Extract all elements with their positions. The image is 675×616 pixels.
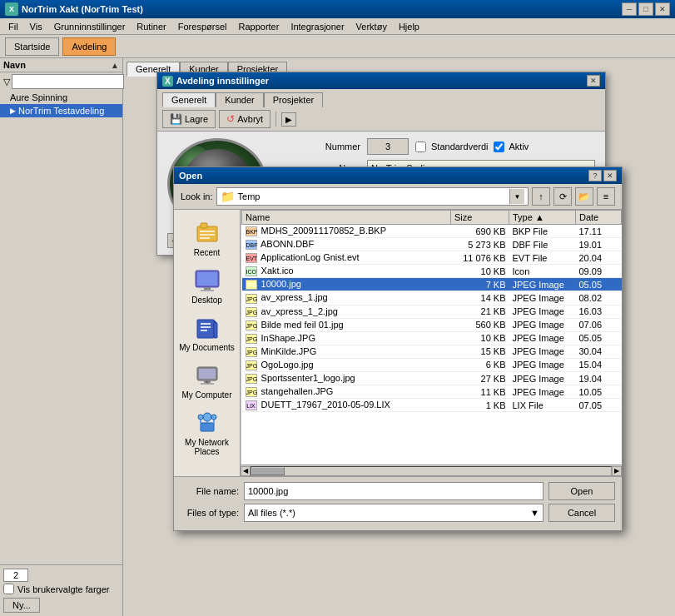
- scroll-right-button[interactable]: ▶: [612, 466, 622, 476]
- tree-item-aure[interactable]: Aure Spinning: [0, 91, 122, 104]
- filetype-value: All files (*.*): [248, 508, 295, 518]
- file-date-cell: 07.05: [576, 399, 622, 412]
- table-row[interactable]: JPG av_xpress_1_2.jpg 21 KB JPEG Image 1…: [242, 305, 622, 318]
- minimize-button[interactable]: ─: [622, 2, 637, 16]
- table-row[interactable]: JPG 10000.jpg 7 KB JPEG Image 05.05: [242, 278, 622, 291]
- file-table-inner: Name Size Type ▲ Date BKP MDHS_200911170…: [241, 210, 622, 412]
- nav-up-button[interactable]: ↑: [532, 187, 550, 206]
- file-date-cell: 05.05: [576, 278, 622, 291]
- standardverdi-checkbox[interactable]: [415, 142, 426, 152]
- filename-input[interactable]: [244, 482, 543, 500]
- cancel-button[interactable]: Cancel: [548, 504, 615, 522]
- table-row[interactable]: ICO Xakt.ico 10 KB Icon 09.09: [242, 265, 622, 278]
- col-date[interactable]: Date: [576, 211, 622, 225]
- nav-network[interactable]: My Network Places: [176, 406, 238, 460]
- menu-rutiner[interactable]: Rutiner: [132, 21, 171, 32]
- table-row[interactable]: BKP MDHS_200911170852_B.BKP 690 KB BKP F…: [242, 225, 622, 238]
- file-size-cell: 15 KB: [451, 345, 509, 358]
- table-row[interactable]: JPG MinKilde.JPG 15 KB JPEG Image 30.04: [242, 345, 622, 358]
- svg-rect-20: [201, 423, 214, 431]
- file-date-cell: 15.04: [576, 358, 622, 371]
- svg-rect-3: [200, 234, 215, 236]
- avdeling-tab-generelt[interactable]: Generelt: [162, 92, 216, 107]
- avdeling-tab-prosjekter[interactable]: Prosjekter: [264, 92, 324, 107]
- table-row[interactable]: JPG OgoLogo.jpg 6 KB JPEG Image 15.04: [242, 358, 622, 371]
- avdeling-tab-kunder[interactable]: Kunder: [216, 92, 263, 107]
- nummer-input[interactable]: [367, 138, 409, 155]
- table-row[interactable]: JPG av_xpress_1.jpg 14 KB JPEG Image 08.…: [242, 291, 622, 305]
- open-close-button[interactable]: ✕: [603, 170, 617, 181]
- close-button[interactable]: ✕: [655, 2, 670, 16]
- table-row[interactable]: JPG stangehallen.JPG 11 KB JPEG Image 10…: [242, 385, 622, 399]
- nav-recent[interactable]: Recent: [176, 216, 238, 261]
- more-button[interactable]: ▶: [281, 112, 296, 127]
- nav-refresh-button[interactable]: ⟳: [553, 187, 572, 206]
- look-in-select[interactable]: 📁 Temp ▼: [216, 187, 529, 206]
- nav-mydocs[interactable]: My Documents: [176, 311, 238, 355]
- recent-icon: [194, 220, 221, 246]
- h-scrollbar: ◀ ▶: [241, 464, 622, 476]
- menu-vis[interactable]: Vis: [25, 21, 47, 32]
- file-icon: BKP: [246, 226, 257, 236]
- color-checkbox[interactable]: [3, 584, 14, 594]
- menu-forespørsel[interactable]: Forespørsel: [173, 21, 232, 32]
- maximize-button[interactable]: □: [638, 2, 653, 16]
- menu-grunninnstillinger[interactable]: Grunninnstillinger: [49, 21, 131, 32]
- sort-icon[interactable]: ▲: [111, 61, 119, 70]
- startside-button[interactable]: Startside: [5, 37, 59, 56]
- nav-desktop[interactable]: Desktop: [176, 264, 238, 308]
- filetype-select[interactable]: All files (*.*) ▼: [244, 504, 543, 522]
- menu-rapporter[interactable]: Rapporter: [233, 21, 284, 32]
- col-name[interactable]: Name: [242, 211, 451, 225]
- menu-verktøy[interactable]: Verktøy: [351, 21, 392, 32]
- nummer-row: Nummer Standardverdi Aktiv: [285, 138, 595, 155]
- file-type-cell: JPEG Image: [509, 385, 576, 399]
- mydocs-icon: [194, 315, 221, 341]
- file-table: Name Size Type ▲ Date BKP MDHS_200911170…: [241, 210, 622, 464]
- avdeling-close-button[interactable]: ✕: [587, 75, 600, 87]
- menu-integrasjoner[interactable]: Integrasjoner: [285, 21, 349, 32]
- file-size-cell: 14 KB: [451, 291, 509, 305]
- open-help-button[interactable]: ?: [588, 170, 602, 181]
- filetype-row: Files of type: All files (*.*) ▼ Cancel: [181, 504, 615, 522]
- scroll-left-button[interactable]: ◀: [241, 466, 251, 476]
- table-row[interactable]: JPG InShape.JPG 10 KB JPEG Image 05.05: [242, 331, 622, 345]
- file-icon: JPG: [246, 307, 257, 317]
- nav-mycomputer[interactable]: My Computer: [176, 359, 238, 403]
- recent-label: Recent: [194, 248, 221, 257]
- avdeling-save-button[interactable]: 💾 Lagre: [162, 110, 216, 128]
- nummer-label: Nummer: [285, 142, 360, 152]
- filter-icon: ▽: [3, 77, 10, 87]
- open-bottom: File name: Open Files of type: All files…: [174, 476, 622, 530]
- file-type-cell: BKP File: [509, 225, 576, 238]
- menu-fil[interactable]: Fil: [3, 21, 23, 32]
- nav-view-button[interactable]: ≡: [597, 187, 615, 206]
- table-row[interactable]: EVT ApplicationLog Gnist.evt 11 076 KB E…: [242, 251, 622, 265]
- filter-input[interactable]: [12, 74, 124, 89]
- col-size[interactable]: Size: [451, 211, 509, 225]
- title-bar-controls[interactable]: ─ □ ✕: [622, 2, 670, 16]
- nav-new-folder-button[interactable]: 📂: [575, 187, 593, 206]
- file-type-cell: JPEG Image: [509, 345, 576, 358]
- table-row[interactable]: JPG Sportssenter1_logo.jpg 27 KB JPEG Im…: [242, 372, 622, 385]
- menu-hjelp[interactable]: Hjelp: [394, 21, 424, 32]
- col-type[interactable]: Type ▲: [509, 211, 576, 225]
- tree-item-nortrim[interactable]: ▶ NorTrim Testavdeling: [0, 104, 122, 117]
- scroll-thumb[interactable]: [251, 467, 285, 475]
- avdeling-button[interactable]: Avdeling: [62, 37, 116, 56]
- file-type-cell: JPEG Image: [509, 318, 576, 331]
- table-row[interactable]: JPG Bilde med feil 01.jpg 560 KB JPEG Im…: [242, 318, 622, 331]
- file-icon: JPG: [246, 374, 257, 384]
- look-in-label: Look in:: [181, 191, 213, 201]
- tree-arrow: ▶: [10, 107, 16, 115]
- new-button[interactable]: Ny...: [3, 598, 40, 613]
- table-row[interactable]: DBF ABONN.DBF 5 273 KB DBF File 19.01: [242, 238, 622, 251]
- aktiv-checkbox[interactable]: [494, 142, 504, 152]
- svg-rect-10: [201, 323, 211, 325]
- open-button[interactable]: Open: [548, 482, 615, 500]
- avdeling-cancel-button[interactable]: ↺ Avbryt: [219, 110, 270, 128]
- save-icon: 💾: [170, 113, 182, 125]
- file-icon: JPG: [246, 280, 257, 290]
- table-row[interactable]: LIX DUETT_17967_2010-05-09.LIX 1 KB LIX …: [242, 399, 622, 412]
- svg-rect-7: [204, 287, 211, 290]
